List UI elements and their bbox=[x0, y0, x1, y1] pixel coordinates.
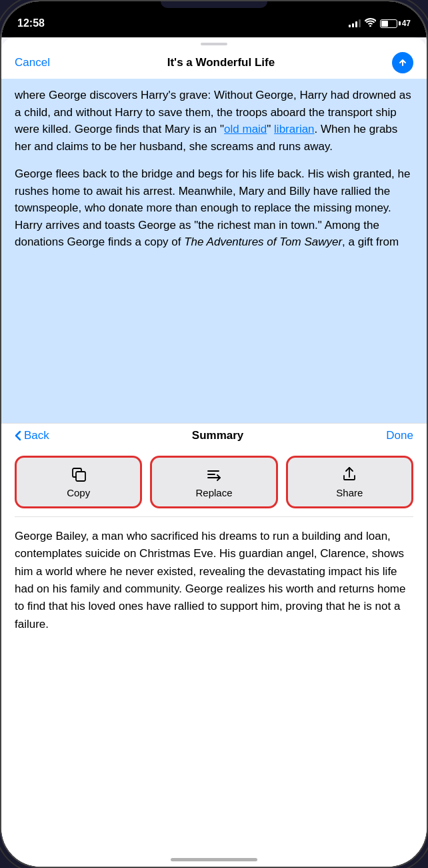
drag-handle bbox=[201, 43, 227, 45]
share-icon bbox=[341, 466, 358, 483]
chevron-left-icon bbox=[15, 430, 21, 441]
selected-paragraph-2: George flees back to the bridge and begs… bbox=[15, 165, 413, 251]
selected-text-area[interactable]: where George discovers Harry's grave: Wi… bbox=[1, 79, 427, 423]
done-button[interactable]: Done bbox=[386, 429, 413, 442]
summary-section[interactable]: George Bailey, a man who sacrificed his … bbox=[1, 517, 427, 867]
cancel-button[interactable]: Cancel bbox=[15, 56, 50, 69]
old-maid-link[interactable]: old maid bbox=[224, 123, 267, 135]
svg-rect-0 bbox=[76, 472, 85, 481]
home-indicator bbox=[171, 858, 257, 861]
status-icons: 47 bbox=[349, 18, 411, 29]
status-time: 12:58 bbox=[17, 17, 45, 29]
share-label: Share bbox=[336, 487, 363, 498]
phone-frame: 12:58 bbox=[0, 0, 428, 868]
wifi-icon bbox=[365, 18, 376, 29]
action-buttons-row: Copy Replace bbox=[1, 448, 427, 516]
battery-level: 47 bbox=[402, 19, 411, 28]
top-nav-bar: Cancel It's a Wonderful Life bbox=[1, 48, 427, 79]
battery-icon: 47 bbox=[380, 19, 411, 28]
upload-icon bbox=[397, 57, 408, 68]
replace-icon bbox=[205, 466, 223, 483]
upload-button[interactable] bbox=[392, 52, 413, 73]
copy-icon bbox=[70, 466, 87, 483]
nav-title: It's a Wonderful Life bbox=[167, 56, 275, 69]
modal-area: Cancel It's a Wonderful Life where Georg… bbox=[1, 37, 427, 867]
bottom-nav-bar: Back Summary Done bbox=[1, 423, 427, 448]
replace-button[interactable]: Replace bbox=[150, 456, 277, 508]
back-button[interactable]: Back bbox=[15, 429, 49, 442]
copy-label: Copy bbox=[67, 487, 90, 498]
selected-paragraph-1: where George discovers Harry's grave: Wi… bbox=[15, 87, 413, 155]
signal-icon bbox=[349, 19, 361, 27]
share-button[interactable]: Share bbox=[286, 456, 413, 508]
bottom-nav-title: Summary bbox=[192, 429, 243, 442]
screen: 12:58 bbox=[1, 1, 427, 867]
librarian-link[interactable]: librarian bbox=[274, 123, 314, 135]
status-bar: 12:58 bbox=[1, 1, 427, 37]
copy-button[interactable]: Copy bbox=[15, 456, 142, 508]
summary-paragraph: George Bailey, a man who sacrificed his … bbox=[15, 528, 413, 633]
replace-label: Replace bbox=[195, 487, 232, 498]
